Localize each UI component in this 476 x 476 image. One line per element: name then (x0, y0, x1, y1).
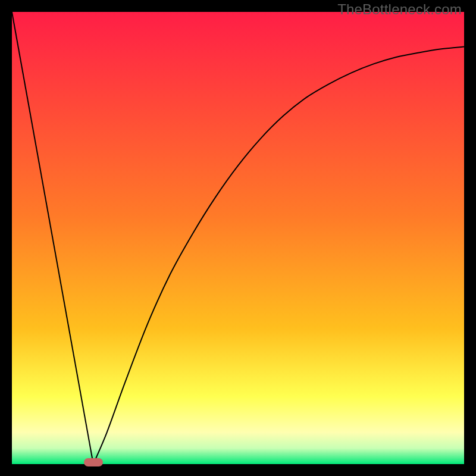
plot-svg (12, 12, 464, 464)
gradient-background (12, 12, 464, 464)
chart-frame (12, 12, 464, 464)
minimum-marker (84, 458, 103, 466)
watermark-text: TheBottleneck.com (337, 1, 462, 18)
